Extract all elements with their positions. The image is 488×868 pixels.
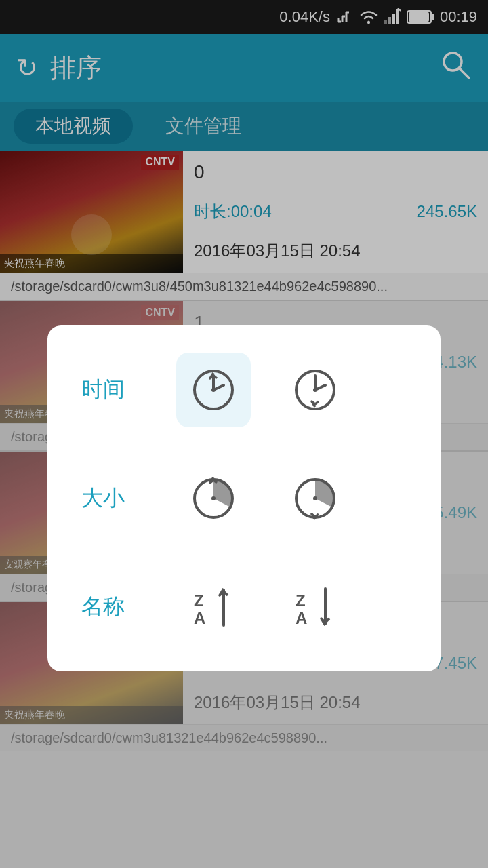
svg-text:A: A (296, 609, 307, 627)
sort-size-desc-button[interactable] (278, 461, 352, 536)
svg-line-20 (214, 385, 224, 390)
svg-text:Z: Z (296, 591, 306, 610)
sort-time-desc-button[interactable] (278, 353, 352, 427)
svg-text:Z: Z (194, 591, 204, 610)
sort-label-size: 大小 (81, 484, 149, 513)
sort-row-size: 大小 (81, 461, 407, 536)
sort-time-asc-button[interactable] (176, 353, 251, 427)
sort-label-name: 名称 (81, 592, 149, 622)
sort-label-time: 时间 (81, 375, 149, 405)
sort-row-time: 时间 (81, 353, 407, 427)
sort-popup: 时间 大 (47, 326, 441, 671)
svg-point-28 (313, 496, 317, 500)
sort-size-asc-button[interactable] (176, 461, 251, 536)
sort-name-asc-button[interactable]: Z A (176, 570, 251, 644)
sort-name-desc-button[interactable]: Z A (278, 570, 352, 644)
sort-row-name: 名称 Z A Z A (81, 570, 407, 644)
svg-text:A: A (194, 609, 205, 627)
svg-line-24 (315, 385, 325, 390)
svg-point-26 (211, 496, 216, 500)
sort-popup-overlay[interactable]: 时间 大 (0, 0, 488, 868)
